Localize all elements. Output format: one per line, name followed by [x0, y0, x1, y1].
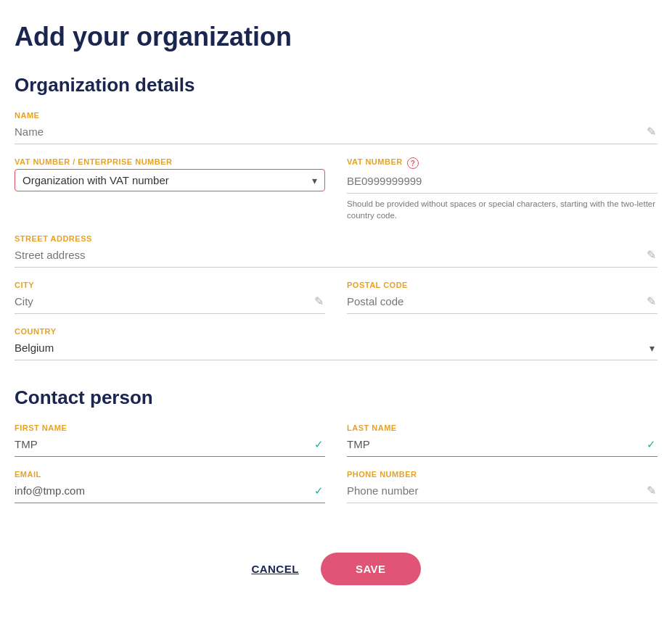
- city-input[interactable]: [15, 292, 325, 310]
- last-name-input-wrapper: ✓: [347, 435, 657, 457]
- contact-section-title: Contact person: [15, 387, 657, 409]
- org-details-section-title: Organization details: [15, 74, 657, 96]
- name-row: FIRST NAME ✓ LAST NAME ✓: [15, 424, 657, 470]
- street-label: STREET ADDRESS: [15, 234, 657, 243]
- email-input-wrapper: ✓: [15, 482, 325, 503]
- postal-label: POSTAL CODE: [347, 281, 657, 289]
- last-name-input[interactable]: [347, 435, 657, 453]
- email-input[interactable]: [15, 482, 325, 500]
- email-label: EMAIL: [15, 470, 325, 479]
- first-name-label: FIRST NAME: [15, 424, 325, 432]
- postal-field: POSTAL CODE ✎: [347, 281, 657, 314]
- vat-enterprise-field: VAT NUMBER / ENTERPRISE NUMBER Organizat…: [15, 157, 325, 221]
- street-input[interactable]: [15, 246, 657, 264]
- city-field: CITY ✎: [15, 281, 325, 314]
- postal-input[interactable]: [347, 292, 657, 310]
- vat-number-field: VAT NUMBER ? Should be provided without …: [347, 157, 657, 221]
- country-field-wrap: Belgium Netherlands France Germany Luxem…: [15, 339, 657, 360]
- phone-field-row: PHONE NUMBER ✎: [347, 470, 657, 503]
- cancel-button[interactable]: CANCEL: [251, 563, 299, 575]
- vat-number-input-wrapper: [347, 172, 657, 194]
- name-input-wrapper: ✎: [15, 123, 657, 144]
- vat-enterprise-select[interactable]: Organization with VAT number Organizatio…: [22, 174, 309, 186]
- page-title: Add your organization: [15, 22, 657, 52]
- city-label: CITY: [15, 281, 325, 289]
- name-label: NAME: [15, 111, 657, 120]
- last-name-label: LAST NAME: [347, 424, 657, 432]
- phone-label: PHONE NUMBER: [347, 470, 657, 479]
- vat-number-hint: Should be provided without spaces or spe…: [347, 198, 657, 221]
- vat-enterprise-select-wrapper: Organization with VAT number Organizatio…: [15, 169, 325, 191]
- vat-number-label-row: VAT NUMBER ?: [347, 157, 657, 169]
- street-field-row: STREET ADDRESS ✎: [15, 234, 657, 268]
- email-field-row: EMAIL ✓: [15, 470, 325, 503]
- first-name-input[interactable]: [15, 435, 325, 453]
- country-select-wrapper: Belgium Netherlands France Germany Luxem…: [15, 339, 657, 360]
- country-select[interactable]: Belgium Netherlands France Germany Luxem…: [15, 339, 657, 357]
- vat-enterprise-dropdown-icon: ▾: [312, 175, 317, 186]
- button-row: CANCEL SAVE: [15, 553, 657, 585]
- vat-number-input[interactable]: [347, 172, 657, 190]
- email-phone-row: EMAIL ✓ PHONE NUMBER ✎: [15, 470, 657, 516]
- city-postal-row: CITY ✎ POSTAL CODE ✎: [15, 281, 657, 327]
- first-name-field: FIRST NAME ✓: [15, 424, 325, 457]
- name-field-row: NAME ✎: [15, 111, 657, 144]
- street-input-wrapper: ✎: [15, 246, 657, 268]
- save-button[interactable]: SAVE: [321, 553, 421, 585]
- first-name-input-wrapper: ✓: [15, 435, 325, 457]
- postal-input-wrapper: ✎: [347, 292, 657, 314]
- phone-input[interactable]: [347, 482, 657, 500]
- vat-enterprise-row: VAT NUMBER / ENTERPRISE NUMBER Organizat…: [15, 157, 657, 234]
- name-input[interactable]: [15, 123, 657, 141]
- country-field-row: COUNTRY Belgium Netherlands France Germa…: [15, 327, 657, 360]
- vat-number-label: VAT NUMBER: [347, 157, 403, 166]
- city-input-wrapper: ✎: [15, 292, 325, 314]
- vat-enterprise-label: VAT NUMBER / ENTERPRISE NUMBER: [15, 157, 325, 166]
- country-label: COUNTRY: [15, 327, 657, 336]
- last-name-field: LAST NAME ✓: [347, 424, 657, 457]
- phone-input-wrapper: ✎: [347, 482, 657, 503]
- vat-help-icon[interactable]: ?: [407, 157, 419, 169]
